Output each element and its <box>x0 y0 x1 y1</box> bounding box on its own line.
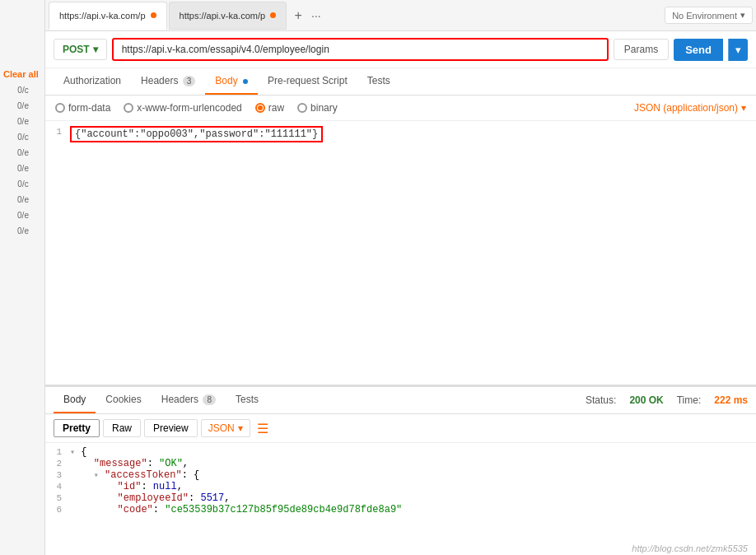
radio-urlencoded[interactable]: x-www-form-urlencoded <box>124 102 241 114</box>
sidebar-item-4: 0/c <box>0 129 44 145</box>
tab-2-label: https://api.v-ka.com/p <box>180 11 266 21</box>
response-status: Status: 200 OK Time: 222 ms <box>586 394 748 406</box>
radio-urlencoded-circle <box>124 103 133 113</box>
url-input[interactable] <box>112 38 609 61</box>
json-type-label: JSON (application/json) <box>634 102 738 114</box>
response-tab-cookies[interactable]: Cookies <box>96 387 151 413</box>
sidebar-item-9: 0/e <box>0 208 44 223</box>
resp-line-2: 2 "message": "OK", <box>45 458 756 469</box>
code-content-1: {"account":"oppo003","password":"111111"… <box>75 128 318 140</box>
resp-num-5: 5 <box>45 492 70 504</box>
format-type-chevron-icon: ▾ <box>238 422 243 434</box>
radio-binary[interactable]: binary <box>297 102 338 114</box>
response-tab-tests[interactable]: Tests <box>226 387 268 413</box>
resp-content-4: "id": null, <box>70 481 183 492</box>
resp-line-4: 4 "id": null, <box>45 481 756 492</box>
tab-bar: https://api.v-ka.com/p https://api.v-ka.… <box>45 0 756 31</box>
code-highlight-wrapper: {"account":"oppo003","password":"111111"… <box>70 126 323 142</box>
format-pretty-button[interactable]: Pretty <box>54 419 100 437</box>
line-number-1: 1 <box>45 126 70 138</box>
radio-raw-circle <box>255 103 265 113</box>
status-label: Status: <box>586 394 616 406</box>
sidebar-item-3: 0/e <box>0 114 44 129</box>
tab-more-button[interactable]: ··· <box>308 9 324 22</box>
method-select[interactable]: POST ▾ <box>54 39 107 60</box>
tab-1-dot <box>151 12 156 18</box>
resp-line-3: 3 ▾ "accessToken": { <box>45 469 756 481</box>
main-content: https://api.v-ka.com/p https://api.v-ka.… <box>45 0 756 555</box>
tab-add-button[interactable]: + <box>288 6 308 26</box>
sidebar-item-8: 0/e <box>0 192 44 208</box>
send-button[interactable]: Send <box>674 39 723 61</box>
resp-content-1: ▾ { <box>70 446 86 458</box>
tab-1[interactable]: https://api.v-ka.com/p <box>49 2 167 30</box>
response-section: Body Cookies Headers 8 Tests Status: 200… <box>45 385 756 542</box>
headers-badge: 3 <box>183 76 196 86</box>
response-tab-headers[interactable]: Headers 8 <box>152 387 226 413</box>
method-chevron-icon: ▾ <box>93 44 98 55</box>
url-wrapper <box>112 38 609 61</box>
radio-form-data-circle <box>55 103 65 113</box>
tab-2[interactable]: https://api.v-ka.com/p <box>169 2 287 30</box>
radio-form-data[interactable]: form-data <box>55 102 110 114</box>
resp-content-2: "message": "OK", <box>70 458 189 469</box>
sidebar-item-6: 0/e <box>0 161 44 176</box>
tab-authorization[interactable]: Authorization <box>54 68 131 95</box>
resp-content-6: "code": "ce53539b37c127b85f95de89cb4e9d7… <box>70 504 402 515</box>
resp-num-6: 6 <box>45 504 70 515</box>
send-dropdown-button[interactable]: ▾ <box>728 39 748 61</box>
response-headers-badge: 8 <box>203 394 216 405</box>
resp-num-2: 2 <box>45 458 70 469</box>
format-bar: Pretty Raw Preview JSON ▾ ☰ <box>45 414 756 443</box>
chevron-down-icon: ▾ <box>740 10 745 21</box>
status-value: 200 OK <box>629 394 663 406</box>
radio-binary-circle <box>297 103 307 113</box>
json-type-chevron-icon: ▾ <box>741 102 746 114</box>
tab-prerequest[interactable]: Pre-request Script <box>258 68 357 95</box>
tab-1-label: https://api.v-ka.com/p <box>59 11 146 21</box>
radio-raw-label: raw <box>268 102 284 114</box>
time-value: 222 ms <box>714 394 748 406</box>
resp-line-5: 5 "employeeId": 5517, <box>45 492 756 504</box>
watermark: http://blog.csdn.net/zmk5535 <box>45 542 756 555</box>
sidebar-item-7: 0/c <box>0 176 44 192</box>
params-button[interactable]: Params <box>614 39 669 60</box>
resp-content-5: "employeeId": 5517, <box>70 492 230 504</box>
method-label: POST <box>63 44 90 55</box>
sidebar-item-5: 0/e <box>0 145 44 161</box>
wrap-icon[interactable]: ☰ <box>257 421 268 436</box>
body-dot <box>243 79 248 84</box>
time-label: Time: <box>677 394 702 406</box>
request-bar: POST ▾ Params Send ▾ <box>45 31 756 68</box>
response-body: 1 ▾ { 2 "message": "OK", 3 ▾ "accessToke… <box>45 443 756 542</box>
tab-headers[interactable]: Headers 3 <box>131 68 205 95</box>
sidebar-item-10: 0/e <box>0 223 44 239</box>
sidebar-item-2: 0/e <box>0 98 44 114</box>
radio-form-data-label: form-data <box>68 102 110 114</box>
sidebar: Clear all 0/c 0/e 0/e 0/c 0/e 0/e 0/c 0/… <box>0 0 45 555</box>
request-tabs: Authorization Headers 3 Body Pre-request… <box>45 68 756 96</box>
body-options: form-data x-www-form-urlencoded raw bina… <box>45 96 756 121</box>
radio-raw-inner <box>258 105 263 110</box>
resp-num-4: 4 <box>45 481 70 492</box>
json-type-selector[interactable]: JSON (application/json) ▾ <box>634 102 746 114</box>
radio-binary-label: binary <box>310 102 338 114</box>
resp-line-6: 6 "code": "ce53539b37c127b85f95de89cb4e9… <box>45 504 756 515</box>
resp-num-1: 1 <box>45 446 70 458</box>
code-line-1: 1 {"account":"oppo003","password":"11111… <box>45 126 756 142</box>
env-selector[interactable]: No Environment ▾ <box>665 7 753 24</box>
format-type-selector[interactable]: JSON ▾ <box>201 419 250 437</box>
response-tab-bar: Body Cookies Headers 8 Tests Status: 200… <box>45 387 756 414</box>
radio-raw[interactable]: raw <box>255 102 284 114</box>
format-preview-button[interactable]: Preview <box>144 419 198 437</box>
code-editor[interactable]: 1 {"account":"oppo003","password":"11111… <box>45 121 756 385</box>
tab-body[interactable]: Body <box>205 68 258 95</box>
resp-content-3: ▾ "accessToken": { <box>70 469 199 481</box>
env-selector-label: No Environment <box>672 11 737 21</box>
format-type-label: JSON <box>208 422 235 434</box>
sidebar-item-1: 0/c <box>0 82 44 98</box>
response-tab-body[interactable]: Body <box>54 387 96 413</box>
tab-tests[interactable]: Tests <box>357 68 400 95</box>
format-raw-button[interactable]: Raw <box>103 419 141 437</box>
clear-all-button[interactable]: Clear all <box>0 66 44 82</box>
